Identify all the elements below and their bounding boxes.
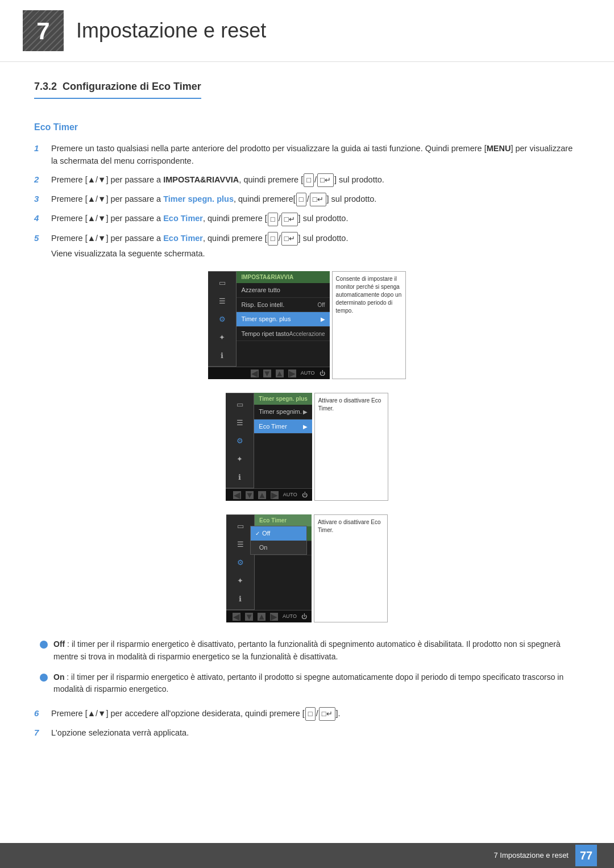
screen-mockup-2: ▭ ☰ ⚙ ✦ ℹ Timer spegn. plus Timer spegni… (226, 393, 388, 501)
btn-left-2: ◀ (233, 491, 241, 499)
sidebar-icon-2-settings: ⚙ (234, 434, 246, 447)
step-num-7: 7 (34, 726, 51, 740)
btn-left-3: ◀ (233, 613, 240, 621)
step-num-3: 3 (34, 193, 51, 206)
screen-3-menu: Eco Timer Eco Timer Spegni Eco dopo ✓ (255, 514, 312, 610)
menu-item-1-1: Azzerare tutto (237, 283, 329, 298)
btn-left-1: ◀ (251, 369, 259, 377)
submenu-item-on: On (251, 541, 306, 555)
sidebar-icon-3-info: ℹ (234, 592, 247, 605)
screen-2-body: ▭ ☰ ⚙ ✦ ℹ Timer spegn. plus Timer spegni… (226, 393, 312, 501)
submenu-item-off: ✓ Off (251, 526, 306, 541)
screen-mockup-1: ▭ ☰ ⚙ ✦ ℹ IMPOSTA&RIAVVIA Azzerare tutto… (208, 271, 405, 379)
sidebar-icon-2-display: ▭ (234, 398, 246, 410)
footer-text: 7 Impostazione e reset (493, 850, 569, 861)
btn-right-1: ▶ (288, 369, 296, 377)
menu-item-2-2: Eco Timer ▶ (254, 420, 312, 434)
page-title: Impostazione e reset (76, 15, 266, 46)
btn-down-3: ▼ (245, 613, 253, 621)
bullet-item-off: Off : il timer per il risparmio energeti… (40, 638, 580, 663)
step-2: 2 Premere [▲/▼] per passare a IMPOSTA&RI… (34, 173, 580, 187)
tooltip-3: Attivare o disattivare Eco Timer. (314, 514, 388, 622)
screen-1-body: ▭ ☰ ⚙ ✦ ℹ IMPOSTA&RIAVVIA Azzerare tutto… (208, 271, 329, 379)
step-text-4: Premere [▲/▼] per passare a Eco Timer, q… (51, 212, 348, 226)
btn-right-3: ▶ (270, 613, 278, 621)
screen-2-inner: ▭ ☰ ⚙ ✦ ℹ Timer spegn. plus Timer spegni… (226, 393, 312, 488)
sidebar-icon-2-info: ℹ (234, 471, 246, 483)
sidebar-2: ▭ ☰ ⚙ ✦ ℹ (226, 393, 254, 488)
step-num-2: 2 (34, 173, 51, 186)
btn-auto-2: AUTO (283, 491, 297, 499)
screen-1-menu: IMPOSTA&RIAVVIA Azzerare tutto Risp. Eco… (237, 271, 329, 367)
page-footer: 7 Impostazione e reset 77 (0, 843, 614, 868)
screen-2-spacer (254, 434, 312, 456)
screen-mockup-3: ▭ ☰ ⚙ ✦ ℹ Eco Timer Eco Timer Spegni Eco… (226, 514, 388, 622)
btn-down-2: ▼ (246, 491, 254, 499)
step-num-1: 1 (34, 142, 51, 155)
bottom-bar-2: ◀ ▼ ▲ ▶ AUTO ⏻ (226, 488, 312, 501)
step-num-4: 4 (34, 212, 51, 225)
screen-3-spacer (255, 555, 312, 578)
bullet-dot-off (40, 641, 48, 649)
sidebar-icon-info: ℹ (216, 349, 229, 362)
chapter-number-box: 7 (23, 10, 64, 51)
sidebar-icon-3-display: ▭ (234, 520, 247, 532)
bullet-list: Off : il timer per il risparmio energeti… (34, 638, 580, 696)
step-1: 1 Premere un tasto qualsiasi nella parte… (34, 142, 580, 168)
submenu-label-off: Off (262, 529, 270, 538)
sub-section-block: Eco Timer (34, 121, 580, 134)
menu-item-1-3: Timer spegn. plus ▶ (237, 312, 329, 327)
btn-power-1: ⏻ (320, 369, 325, 377)
submenu-popup: ✓ Off On (250, 526, 307, 555)
step-6: 6 Premere [▲/▼] per accedere all'opzione… (34, 707, 580, 721)
menu-item-2-1: Timer spegnim. ▶ (254, 405, 312, 420)
menu-item-1-4: Tempo ripet tasto Accelerazione (237, 327, 329, 342)
btn-down-1: ▼ (263, 369, 271, 377)
sidebar-icon-settings: ⚙ (216, 313, 229, 325)
btn-up-1: ▲ (276, 369, 284, 377)
sidebar-icon-menu: ☰ (216, 294, 229, 307)
screen-1-inner: ▭ ☰ ⚙ ✦ ℹ IMPOSTA&RIAVVIA Azzerare tutto… (208, 271, 329, 367)
sidebar-1: ▭ ☰ ⚙ ✦ ℹ (208, 271, 237, 367)
page-header: 7 Impostazione e reset (0, 0, 614, 62)
menu-header-1: IMPOSTA&RIAVVIA (237, 271, 329, 283)
menu-header-2: Timer spegn. plus (254, 393, 312, 405)
step-num-6: 6 (34, 707, 51, 720)
chapter-number: 7 (36, 13, 49, 49)
screens-container: ▭ ☰ ⚙ ✦ ℹ IMPOSTA&RIAVVIA Azzerare tutto… (34, 271, 580, 622)
btn-auto-3: AUTO (283, 613, 297, 621)
sidebar-icon-system: ✦ (216, 331, 229, 343)
menu-header-3: Eco Timer (255, 514, 312, 526)
tooltip-2: Attivare o disattivare Eco Timer. (314, 393, 388, 501)
bullet-item-on: On : il timer per il risparmio energetic… (40, 671, 580, 696)
sidebar-icon-3-settings: ⚙ (234, 556, 247, 568)
menu-item-1-2: Risp. Eco intell. Off (237, 298, 329, 313)
step-text-5: Premere [▲/▼] per passare a Eco Timer, q… (51, 232, 348, 260)
btn-up-2: ▲ (258, 491, 266, 499)
step-text-1: Premere un tasto qualsiasi nella parte a… (51, 142, 580, 168)
btn-right-2: ▶ (271, 491, 279, 499)
sidebar-icon-2-menu: ☰ (234, 416, 246, 429)
sidebar-icon-3-system: ✦ (234, 574, 247, 587)
step-5: 5 Premere [▲/▼] per passare a Eco Timer,… (34, 232, 580, 260)
tooltip-1: Consente di impostare il monitor perché … (332, 271, 406, 379)
step-text-2: Premere [▲/▼] per passare a IMPOSTA&RIAV… (51, 173, 384, 187)
bottom-bar-1: ◀ ▼ ▲ ▶ AUTO ⏻ (208, 367, 329, 379)
sidebar-icon-display: ▭ (216, 276, 229, 289)
sidebar-icon-3-menu: ☰ (234, 538, 247, 550)
screen-3-inner: ▭ ☰ ⚙ ✦ ℹ Eco Timer Eco Timer Spegni Eco… (226, 514, 312, 610)
section-heading: 7.3.2 Configurazione di Eco Timer (34, 79, 201, 99)
sub-heading: Eco Timer (34, 121, 580, 134)
final-steps: 6 Premere [▲/▼] per accedere all'opzione… (34, 707, 580, 740)
screen-3-body: ▭ ☰ ⚙ ✦ ℹ Eco Timer Eco Timer Spegni Eco… (226, 514, 312, 622)
btn-up-3: ▲ (258, 613, 265, 621)
step-text-6: Premere [▲/▼] per accedere all'opzione d… (51, 707, 341, 721)
bottom-bar-3: ◀ ▼ ▲ ▶ AUTO ⏻ (226, 610, 312, 622)
submenu-label-on: On (259, 543, 268, 553)
step-3: 3 Premere [▲/▼] per passare a Timer speg… (34, 193, 580, 206)
step-num-5: 5 (34, 232, 51, 245)
btn-auto-1: AUTO (301, 369, 315, 377)
bullet-dot-on (40, 674, 48, 682)
screen-2-menu: Timer spegn. plus Timer spegnim. ▶ Eco T… (254, 393, 312, 488)
btn-power-2: ⏻ (302, 491, 308, 499)
